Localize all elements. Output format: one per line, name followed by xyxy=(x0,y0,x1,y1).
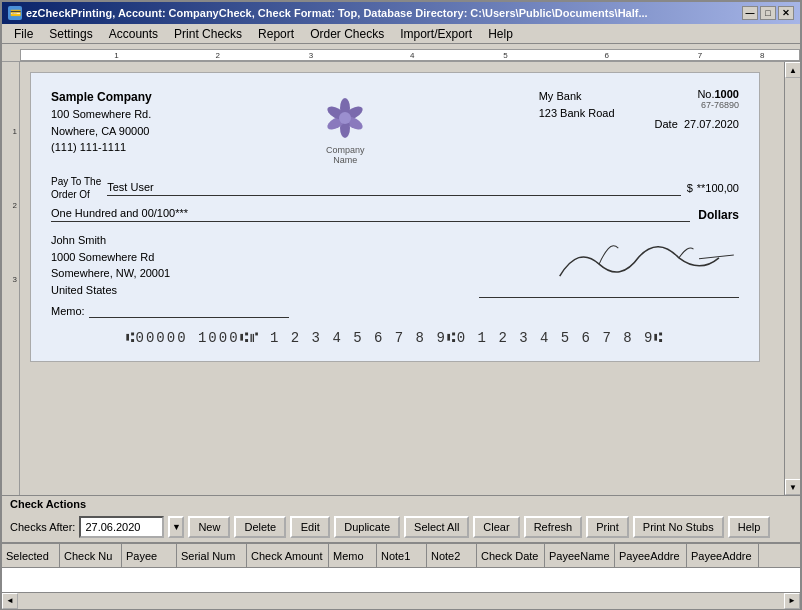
check-date-value: 27.07.2020 xyxy=(684,118,739,130)
ruler-inner: 1 2 3 4 5 6 7 8 xyxy=(20,49,800,61)
check-logo: CompanyName xyxy=(320,93,370,165)
grid-body xyxy=(2,568,800,592)
col-check-date: Check Date xyxy=(477,544,545,567)
new-button[interactable]: New xyxy=(188,516,230,538)
payee-name: Test User xyxy=(107,181,153,193)
menu-help[interactable]: Help xyxy=(480,25,521,43)
ruler-mark-4: 4 xyxy=(410,51,414,60)
menu-report[interactable]: Report xyxy=(250,25,302,43)
company-city: Nowhere, CA 90000 xyxy=(51,123,152,140)
pay-to-line: Test User xyxy=(107,181,680,196)
refresh-button[interactable]: Refresh xyxy=(524,516,583,538)
ruler-mark-8: 8 xyxy=(760,51,764,60)
bank-check-header: My Bank 123 Bank Road No.1000 67-76890 D… xyxy=(539,88,739,130)
col-payee-name: PayeeName xyxy=(545,544,615,567)
menu-file[interactable]: File xyxy=(6,25,41,43)
clear-button[interactable]: Clear xyxy=(473,516,519,538)
company-phone: (111) 111-1111 xyxy=(51,139,152,156)
date-dropdown-button[interactable]: ▼ xyxy=(168,516,184,538)
help-button[interactable]: Help xyxy=(728,516,771,538)
window-title: ezCheckPrinting, Account: CompanyCheck, … xyxy=(26,7,648,19)
company-address1: 100 Somewhere Rd. xyxy=(51,106,152,123)
v-ruler: 1 2 3 xyxy=(2,62,20,495)
address-sig-section: John Smith 1000 Somewhere Rd Somewhere, … xyxy=(51,232,739,298)
col-check-nu: Check Nu xyxy=(60,544,122,567)
title-controls: — □ ✕ xyxy=(742,6,794,20)
menu-import-export[interactable]: Import/Export xyxy=(392,25,480,43)
v-ruler-mark-3: 3 xyxy=(2,275,19,284)
amount-box: $ **100,00 xyxy=(687,182,739,194)
bank-check-info: My Bank 123 Bank Road No.1000 67-76890 D… xyxy=(539,88,739,130)
signature-svg xyxy=(538,227,740,287)
minimize-button[interactable]: — xyxy=(742,6,758,20)
check-document: Sample Company 100 Somewhere Rd. Nowhere… xyxy=(30,72,760,362)
select-all-button[interactable]: Select All xyxy=(404,516,469,538)
micr-line: ⑆00000 1000⑆⑈ 1 2 3 4 5 6 7 8 9⑆0 1 2 3 … xyxy=(51,330,739,346)
logo-text: CompanyName xyxy=(326,145,365,165)
print-button[interactable]: Print xyxy=(586,516,629,538)
pay-to-label: Pay To TheOrder Of xyxy=(51,175,101,201)
col-payee-addre1: PayeeAddre xyxy=(615,544,687,567)
checks-after-input[interactable] xyxy=(79,516,164,538)
bottom-section: Check Actions Checks After: ▼ New Delete… xyxy=(2,495,800,608)
action-bar: Checks After: ▼ New Delete Edit Duplicat… xyxy=(2,512,800,542)
amount-value: **100,00 xyxy=(697,182,739,194)
menu-settings[interactable]: Settings xyxy=(41,25,100,43)
scroll-up-button[interactable]: ▲ xyxy=(785,62,800,78)
scroll-left-button[interactable]: ◄ xyxy=(2,593,18,609)
menu-accounts[interactable]: Accounts xyxy=(101,25,166,43)
delete-button[interactable]: Delete xyxy=(234,516,286,538)
check-no-label: No. xyxy=(697,88,714,100)
v-ruler-mark-2: 2 xyxy=(2,201,19,210)
right-scrollbar: ▲ ▼ xyxy=(784,62,800,495)
check-area[interactable]: Sample Company 100 Somewhere Rd. Nowhere… xyxy=(20,62,784,495)
grid-header: Selected Check Nu Payee Serial Num Check… xyxy=(2,544,800,568)
scroll-down-button[interactable]: ▼ xyxy=(785,479,800,495)
col-payee-addre2: PayeeAddre xyxy=(687,544,759,567)
ruler-mark-3: 3 xyxy=(309,51,313,60)
check-no-value: 1000 xyxy=(715,88,739,100)
edit-button[interactable]: Edit xyxy=(290,516,330,538)
company-name: Sample Company xyxy=(51,88,152,106)
close-button[interactable]: ✕ xyxy=(778,6,794,20)
scroll-track-v[interactable] xyxy=(785,78,800,479)
col-memo: Memo xyxy=(329,544,377,567)
ruler-mark-2: 2 xyxy=(216,51,220,60)
bank-name: My Bank xyxy=(539,88,615,105)
col-check-amount: Check Amount xyxy=(247,544,329,567)
restore-button[interactable]: □ xyxy=(760,6,776,20)
check-actions-label: Check Actions xyxy=(2,496,800,512)
scroll-track-h[interactable] xyxy=(18,593,784,609)
v-ruler-mark-1: 1 xyxy=(2,127,19,136)
app-icon: 💳 xyxy=(8,6,22,20)
h-scrollbar: ◄ ► xyxy=(2,592,800,608)
main-content: 1 2 3 Sample Company 100 Somewhere Rd. N… xyxy=(2,62,800,495)
logo-svg xyxy=(320,93,370,143)
bank-address: 123 Bank Road xyxy=(539,105,615,122)
check-no-line: No.1000 xyxy=(655,88,739,100)
checks-after-label: Checks After: xyxy=(10,521,75,533)
col-serial-num: Serial Num xyxy=(177,544,247,567)
memo-section: Memo: xyxy=(51,304,739,318)
amount-words-section: One Hundred and 00/100*** Dollars xyxy=(51,207,739,222)
menu-bar: File Settings Accounts Print Checks Repo… xyxy=(2,24,800,44)
h-ruler: 1 2 3 4 5 6 7 8 xyxy=(2,44,800,62)
ruler-mark-6: 6 xyxy=(605,51,609,60)
ruler-mark-1: 1 xyxy=(114,51,118,60)
payee-country: United States xyxy=(51,282,170,299)
payee-addr2: Somewhere, NW, 20001 xyxy=(51,265,170,282)
signature-area xyxy=(459,232,739,298)
scroll-right-button[interactable]: ► xyxy=(784,593,800,609)
signature xyxy=(538,227,741,294)
col-payee: Payee xyxy=(122,544,177,567)
bank-info: My Bank 123 Bank Road xyxy=(539,88,615,130)
payee-addr1: 1000 Somewhere Rd xyxy=(51,249,170,266)
main-window: 💳 ezCheckPrinting, Account: CompanyCheck… xyxy=(0,0,802,610)
ruler-mark-7: 7 xyxy=(698,51,702,60)
menu-order-checks[interactable]: Order Checks xyxy=(302,25,392,43)
print-no-stubs-button[interactable]: Print No Stubs xyxy=(633,516,724,538)
menu-print-checks[interactable]: Print Checks xyxy=(166,25,250,43)
sig-line xyxy=(479,297,739,298)
memo-label: Memo: xyxy=(51,305,85,317)
duplicate-button[interactable]: Duplicate xyxy=(334,516,400,538)
